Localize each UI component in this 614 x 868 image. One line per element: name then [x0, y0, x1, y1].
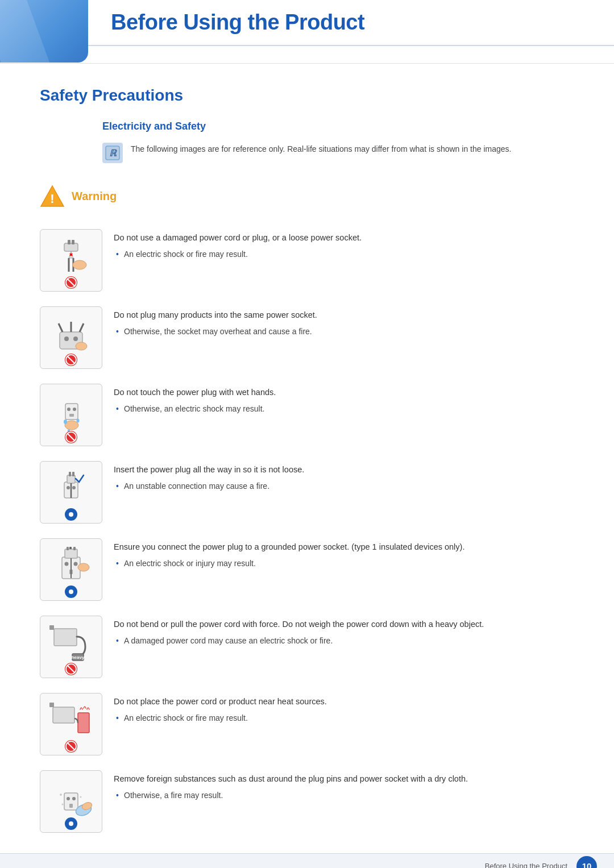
badge-prohibited	[65, 354, 77, 366]
svg-rect-34	[67, 475, 75, 483]
item8-bullet: Otherwise, a fire may result.	[114, 789, 574, 801]
svg-point-26	[64, 420, 67, 424]
svg-rect-35	[69, 472, 71, 476]
badge-required	[65, 508, 77, 521]
list-item: Do not place the power cord or product n…	[40, 693, 574, 755]
item3-main: Do not touch the power plug with wet han…	[114, 386, 574, 399]
safety-items-list: Do not use a damaged power cord or plug,…	[40, 229, 574, 833]
svg-point-9	[73, 260, 86, 269]
warning-block: ! Warning	[40, 180, 574, 212]
svg-rect-66	[69, 804, 73, 808]
svg-point-67	[60, 794, 62, 796]
item3-image	[40, 384, 102, 446]
list-item: heavy Do not bend or pull the power cord…	[40, 616, 574, 678]
item5-main: Ensure you connect the power plug to a g…	[114, 541, 574, 554]
svg-point-69	[62, 804, 64, 805]
svg-line-30	[68, 434, 74, 441]
item8-main: Remove foreign substances such as dust a…	[114, 773, 574, 786]
svg-point-33	[72, 486, 76, 489]
electricity-safety-heading: Electricity and Safety	[102, 121, 574, 132]
svg-text:!: !	[50, 192, 54, 206]
svg-line-57	[68, 666, 74, 672]
item7-text: Do not place the power cord or product n…	[114, 693, 574, 725]
badge-prohibited	[65, 276, 77, 289]
svg-rect-46	[73, 547, 76, 550]
svg-point-65	[72, 797, 76, 800]
item7-image	[40, 693, 102, 755]
item4-bullet: An unstable connection may cause a fire.	[114, 480, 574, 492]
item4-image	[40, 461, 102, 524]
item5-bullet: An electric shock or injury may result.	[114, 557, 574, 570]
svg-rect-21	[65, 404, 78, 420]
list-item: Do not plug many products into the same …	[40, 306, 574, 369]
svg-line-17	[80, 323, 84, 332]
item8-image	[40, 770, 102, 833]
list-item: Remove foreign substances such as dust a…	[40, 770, 574, 833]
svg-text:heavy: heavy	[72, 655, 85, 660]
svg-point-39	[69, 512, 73, 517]
reference-text: The following images are for reference o…	[131, 143, 511, 155]
svg-rect-53	[49, 625, 54, 630]
svg-rect-45	[67, 547, 69, 550]
svg-rect-52	[54, 629, 77, 646]
footer-page-number: 10	[576, 856, 597, 869]
svg-point-23	[73, 408, 76, 411]
badge-required	[65, 817, 77, 830]
item6-bullet: A damaged power cord may cause an electr…	[114, 634, 574, 647]
safety-precautions-heading: Safety Precautions	[40, 86, 574, 105]
badge-prohibited	[65, 740, 77, 753]
footer-label: Before Using the Product	[485, 862, 567, 868]
item7-bullet: An electric shock or fire may result.	[114, 712, 574, 724]
warning-triangle-icon: !	[40, 185, 65, 207]
item3-text: Do not touch the power plug with wet han…	[114, 384, 574, 416]
item1-text: Do not use a damaged power cord or plug,…	[114, 229, 574, 261]
svg-line-20	[68, 356, 74, 363]
svg-point-13	[64, 337, 69, 341]
svg-point-18	[76, 342, 87, 350]
svg-line-11	[68, 279, 74, 286]
item2-main: Do not plug many products into the same …	[114, 309, 574, 322]
warning-label: Warning	[72, 190, 117, 203]
svg-rect-4	[64, 243, 78, 251]
svg-point-27	[77, 419, 80, 423]
item1-bullet: An electric shock or fire may result.	[114, 248, 574, 260]
item5-text: Ensure you connect the power plug to a g…	[114, 538, 574, 570]
svg-line-62	[68, 743, 74, 750]
item7-main: Do not place the power cord or product n…	[114, 695, 574, 708]
item6-image: heavy	[40, 616, 102, 678]
item6-text: Do not bend or pull the power cord with …	[114, 616, 574, 647]
badge-prohibited	[65, 663, 77, 675]
item8-text: Remove foreign substances such as dust a…	[114, 770, 574, 802]
svg-point-14	[73, 337, 78, 341]
list-item: Ensure you connect the power plug to a g…	[40, 538, 574, 601]
svg-rect-44	[65, 549, 77, 558]
svg-rect-59	[49, 703, 54, 707]
badge-required	[65, 585, 77, 598]
item3-bullet: Otherwise, an electric shock may result.	[114, 402, 574, 415]
badge-prohibited	[65, 431, 77, 443]
svg-point-32	[67, 486, 70, 489]
header-title-area: Before Using the Product	[88, 0, 614, 46]
svg-rect-36	[72, 472, 74, 476]
item1-main: Do not use a damaged power cord or plug,…	[114, 231, 574, 244]
item4-main: Insert the power plug all the way in so …	[114, 463, 574, 476]
item1-image	[40, 229, 102, 292]
reference-note: ℝ The following images are for reference…	[102, 143, 574, 163]
svg-point-22	[67, 408, 70, 411]
page-header: Before Using the Product	[0, 0, 614, 64]
reference-icon: ℝ	[102, 143, 123, 163]
svg-point-51	[69, 589, 73, 594]
item2-text: Do not plug many products into the same …	[114, 306, 574, 338]
item2-image	[40, 306, 102, 369]
svg-rect-6	[72, 240, 74, 244]
svg-rect-47	[69, 547, 72, 549]
header-blue-bar	[0, 0, 88, 63]
page-footer: Before Using the Product 10	[0, 853, 614, 868]
svg-point-64	[67, 797, 70, 800]
item4-text: Insert the power plug all the way in so …	[114, 461, 574, 493]
item6-main: Do not bend or pull the power cord with …	[114, 618, 574, 631]
page-title: Before Using the Product	[111, 10, 591, 35]
svg-point-73	[69, 821, 73, 826]
item2-bullet: Otherwise, the socket may overheat and c…	[114, 325, 574, 338]
svg-point-42	[74, 562, 78, 566]
